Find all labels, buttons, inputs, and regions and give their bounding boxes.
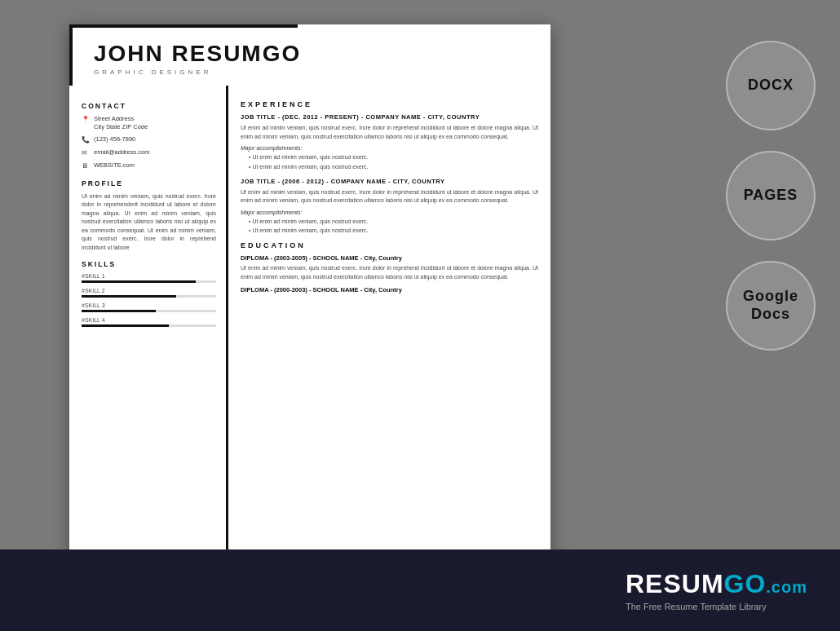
skill-bar-bg <box>82 324 216 327</box>
email-icon: ✉ <box>82 149 90 157</box>
skill-item: #SKILL 3 <box>82 302 216 312</box>
resume-sidebar: CONTACT 📍 Street Address City State ZIP … <box>69 86 228 595</box>
skill-bar-bg <box>82 295 216 298</box>
contact-phone: 📞 (123) 456-7890 <box>82 135 216 144</box>
job-2-accomplishments-label: Major accomplishments: <box>241 210 538 215</box>
job-2-desc: Ut enim ad minim veniam, quis nostrud ex… <box>241 188 538 205</box>
skill-item: #SKILL 1 <box>82 273 216 283</box>
skill-bar-bg <box>82 310 216 312</box>
contact-address: 📍 Street Address City State ZIP Code <box>82 115 216 131</box>
docx-label: DOCX <box>748 77 794 95</box>
resume-title: GRAPHIC DESIGNER <box>94 68 534 76</box>
pages-label: PAGES <box>744 187 798 205</box>
job-1-accomplishments-label: Major accomplishments: <box>241 145 538 151</box>
job-2-bullet-2: Ut enim ad minim veniam, quis nostrud ex… <box>249 227 538 235</box>
format-buttons-container: DOCX PAGES GoogleDocs <box>726 41 816 351</box>
profile-text: Ut enim ad minim veniam, quis nostrud ex… <box>82 192 216 253</box>
resume-main: EXPERIENCE JOB TITLE - (DEC. 2012 - PRES… <box>228 86 550 595</box>
skill-item: #SKILL 2 <box>82 288 216 298</box>
phone-icon: 📞 <box>82 136 90 144</box>
dot-com-text: .com <box>766 578 807 596</box>
skill-bar-fill <box>82 295 176 298</box>
education-section-title: EDUCATION <box>241 241 538 249</box>
resume-name: JOHN RESUMGO <box>94 41 534 67</box>
contact-email: ✉ email@address.com <box>82 148 216 157</box>
google-docs-button[interactable]: GoogleDocs <box>726 261 816 351</box>
header-border-horizontal <box>69 24 298 28</box>
experience-section-title: EXPERIENCE <box>241 100 538 108</box>
skills-list: #SKILL 1 #SKILL 2 #SKILL 3 #SKILL 4 <box>82 273 216 327</box>
contact-website: 🖥 WEBSITE.com <box>82 161 216 170</box>
pages-button[interactable]: PAGES <box>726 151 816 240</box>
location-icon: 📍 <box>82 116 90 124</box>
resum-text: RESUM <box>626 569 724 598</box>
job-1-desc: Ut enim ad minim veniam, quis nostrud ex… <box>241 124 538 141</box>
skill-bar-fill <box>82 310 156 312</box>
job-2-bullet-1: Ut enim ad minim veniam, quis nostrud ex… <box>249 218 538 226</box>
job-1-bullet-1: Ut enim ad minim veniam, quis nostrud ex… <box>249 153 538 161</box>
resumgo-logo: RESUMGO.com <box>626 569 807 599</box>
skill-name: #SKILL 1 <box>82 273 216 279</box>
resumgo-tagline: The Free Resume Template Library <box>626 602 767 611</box>
job-2-title: JOB TITLE - (2006 - 2012) - COMPANY NAME… <box>241 178 538 185</box>
skill-name: #SKILL 2 <box>82 288 216 293</box>
edu-1-desc: Ut enim ad minim veniam, quis nostrud ex… <box>241 264 538 281</box>
job-1-title: JOB TITLE - (DEC. 2012 - PRESENT) - COMP… <box>241 113 538 121</box>
header-border-vertical <box>69 24 73 86</box>
go-text: GO <box>724 569 767 598</box>
docx-button[interactable]: DOCX <box>726 41 816 130</box>
skill-name: #SKILL 3 <box>82 302 216 308</box>
resumgo-brand: RESUMGO.com The Free Resume Template Lib… <box>626 569 807 611</box>
website-icon: 🖥 <box>82 162 90 170</box>
edu-1-title: DIPLOMA - (2003-2005) - SCHOOL NAME - Ci… <box>241 254 538 262</box>
job-1-bullet-2: Ut enim ad minim veniam, quis nostrud ex… <box>249 163 538 171</box>
google-docs-label: GoogleDocs <box>743 288 798 323</box>
edu-2-title: DIPLOMA - (2000-2003) - SCHOOL NAME - Ci… <box>241 286 538 293</box>
skill-name: #SKILL 4 <box>82 317 216 323</box>
resume-preview: JOHN RESUMGO GRAPHIC DESIGNER CONTACT 📍 … <box>69 24 550 595</box>
skill-bar-fill <box>82 324 169 327</box>
skill-bar-bg <box>82 280 216 283</box>
bottom-bar: RESUMGO.com The Free Resume Template Lib… <box>0 549 840 631</box>
skills-section-title: SKILLS <box>82 260 216 268</box>
contact-section-title: CONTACT <box>82 102 216 110</box>
skill-item: #SKILL 4 <box>82 317 216 327</box>
skill-bar-fill <box>82 280 196 283</box>
profile-section-title: PROFILE <box>82 179 216 188</box>
